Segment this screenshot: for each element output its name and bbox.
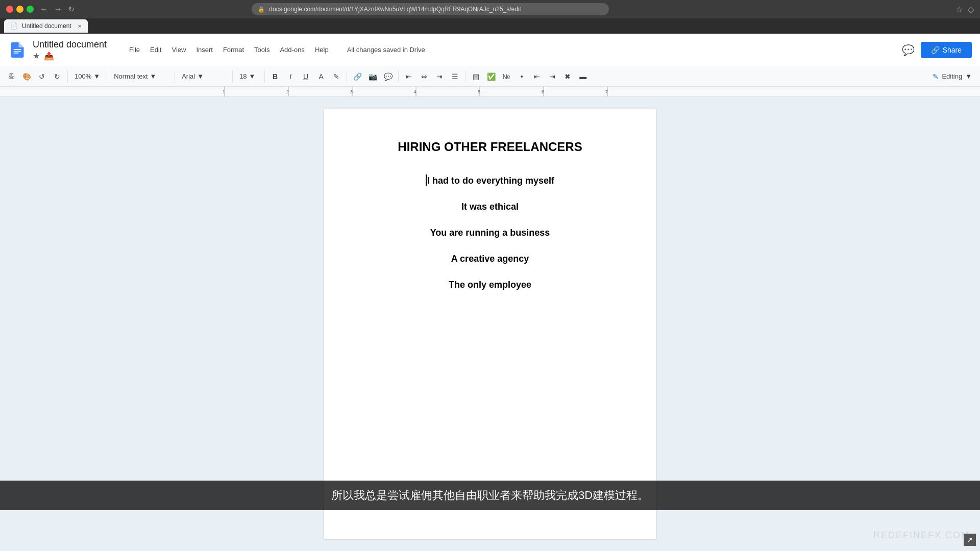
reload-button[interactable]: ↻ — [66, 5, 77, 13]
subtitle-overlay: 所以我总是尝试雇佣其他自由职业者来帮助我完成3D建模过程。 — [0, 481, 980, 510]
menu-format[interactable]: Format — [219, 44, 248, 56]
extensions-icon[interactable]: ◇ — [968, 5, 974, 14]
browser-actions: ☆ ◇ — [955, 5, 974, 14]
browser-chrome: ← → ↻ 🔒 docs.google.com/document/d/1YjXA… — [0, 0, 980, 18]
svg-text:4: 4 — [414, 89, 416, 94]
svg-text:3: 3 — [350, 89, 353, 94]
menu-insert[interactable]: Insert — [192, 44, 217, 56]
line-spacing-button[interactable]: ▤ — [469, 69, 483, 84]
nav-buttons: ← → ↻ — [38, 5, 77, 14]
share-icon: 🔗 — [931, 46, 940, 54]
highlight-button[interactable]: ✎ — [329, 69, 344, 84]
doc-line-2[interactable]: It was ethical — [365, 202, 615, 212]
tab-close-button[interactable]: ✕ — [78, 23, 82, 29]
fontsize-chevron: ▼ — [249, 72, 256, 80]
menu-help[interactable]: Help — [311, 44, 333, 56]
zoom-value: 100% — [75, 72, 91, 80]
star-icon[interactable]: ★ — [33, 51, 40, 61]
window-controls — [6, 6, 34, 13]
comment-inline-button[interactable]: 💬 — [381, 69, 395, 84]
editing-mode-selector[interactable]: ✎ Editing ▼ — [928, 70, 976, 83]
font-selector[interactable]: Arial ▼ — [178, 69, 229, 84]
style-selector[interactable]: Normal text ▼ — [110, 69, 172, 84]
align-right-button[interactable]: ⇥ — [432, 69, 447, 84]
watermark: REDEFINEFX.COM — [873, 530, 970, 541]
redo-button[interactable]: ↻ — [50, 69, 64, 84]
bookmark-icon[interactable]: ☆ — [955, 5, 963, 14]
paintformat-button[interactable]: 🎨 — [19, 69, 34, 84]
font-value: Arial — [182, 72, 195, 80]
minimize-btn[interactable] — [16, 6, 23, 13]
bold-button[interactable]: B — [268, 69, 282, 84]
undo-button[interactable]: ↺ — [35, 69, 49, 84]
menu-bar: File Edit View Insert Format Tools Add-o… — [125, 44, 333, 56]
bulleted-list-button[interactable]: • — [514, 69, 529, 84]
decrease-indent-button[interactable]: ⇤ — [530, 69, 544, 84]
text-color-button[interactable]: A — [314, 69, 328, 84]
sep-1 — [67, 70, 68, 83]
maximize-btn[interactable] — [27, 6, 34, 13]
insert-special-button[interactable]: ▬ — [576, 69, 590, 84]
share-button[interactable]: 🔗 Share — [921, 42, 972, 58]
tab-doc-icon: 📄 — [10, 22, 18, 30]
text-cursor — [426, 174, 427, 186]
doc-title[interactable]: Untitled document — [33, 39, 107, 50]
zoom-chevron: ▼ — [93, 72, 100, 80]
toolbar: 🖶 🎨 ↺ ↻ 100% ▼ Normal text ▼ Arial ▼ 18 … — [0, 66, 980, 87]
drive-icon[interactable]: 📤 — [44, 51, 54, 61]
sep-3 — [175, 70, 175, 83]
svg-text:6: 6 — [542, 89, 544, 94]
underline-button[interactable]: U — [299, 69, 313, 84]
image-button[interactable]: 📷 — [365, 69, 380, 84]
back-button[interactable]: ← — [38, 5, 50, 14]
doc-line-1[interactable]: I had to do everything myself — [365, 174, 615, 186]
subtitle-text: 所以我总是尝试雇佣其他自由职业者来帮助我完成3D建模过程。 — [331, 489, 649, 502]
close-btn[interactable] — [6, 6, 13, 13]
doc-line-5[interactable]: The only employee — [365, 280, 615, 290]
menu-edit[interactable]: Edit — [146, 44, 165, 56]
align-justify-button[interactable]: ☰ — [448, 69, 462, 84]
url-text: docs.google.com/document/d/1YjXAznIXwNo5… — [269, 6, 521, 13]
editing-chevron: ▼ — [965, 72, 972, 80]
checklist-button[interactable]: ✅ — [484, 69, 498, 84]
numbered-list-button[interactable]: № — [499, 69, 513, 84]
font-chevron: ▼ — [197, 72, 204, 80]
sep-8 — [465, 70, 465, 83]
increase-indent-button[interactable]: ⇥ — [545, 69, 559, 84]
doc-heading[interactable]: HIRING OTHER FREELANCERS — [365, 140, 615, 154]
italic-button[interactable]: I — [283, 69, 298, 84]
doc-line-4[interactable]: A creative agency — [365, 254, 615, 264]
tab-title: Untitled document — [22, 22, 71, 30]
ruler: 1 2 3 4 5 6 7 — [0, 87, 980, 97]
svg-text:1: 1 — [223, 89, 225, 94]
svg-rect-2 — [14, 53, 19, 54]
print-button[interactable]: 🖶 — [4, 69, 18, 84]
menu-file[interactable]: File — [125, 44, 144, 56]
document-page[interactable]: HIRING OTHER FREELANCERS I had to do eve… — [324, 109, 656, 539]
align-center-button[interactable]: ⇔ — [417, 69, 431, 84]
corner-expand-button[interactable]: ↗ — [964, 534, 976, 546]
svg-text:5: 5 — [478, 89, 480, 94]
align-left-button[interactable]: ⇤ — [402, 69, 416, 84]
sep-2 — [107, 70, 107, 83]
forward-button[interactable]: → — [52, 5, 64, 14]
gdocs-header: Untitled document ★ 📤 File Edit View Ins… — [0, 34, 980, 66]
svg-rect-1 — [14, 51, 21, 52]
active-tab[interactable]: 📄 Untitled document ✕ — [4, 19, 88, 33]
pencil-icon: ✎ — [933, 72, 939, 81]
menu-tools[interactable]: Tools — [250, 44, 274, 56]
doc-line-3[interactable]: You are running a business — [365, 228, 615, 238]
font-size-selector[interactable]: 18 ▼ — [236, 69, 261, 84]
zoom-selector[interactable]: 100% ▼ — [71, 69, 104, 84]
share-label: Share — [943, 46, 962, 54]
link-button[interactable]: 🔗 — [350, 69, 364, 84]
ruler-content: 1 2 3 4 5 6 7 — [188, 87, 980, 96]
comment-button[interactable]: 💬 — [902, 44, 915, 56]
docs-logo — [8, 41, 27, 59]
editing-mode-label: Editing — [942, 72, 962, 80]
sep-7 — [398, 70, 399, 83]
clear-format-button[interactable]: ✖ — [560, 69, 575, 84]
menu-view[interactable]: View — [167, 44, 190, 56]
menu-addons[interactable]: Add-ons — [276, 44, 308, 56]
address-bar[interactable]: 🔒 docs.google.com/document/d/1YjXAznIXwN… — [252, 3, 609, 15]
